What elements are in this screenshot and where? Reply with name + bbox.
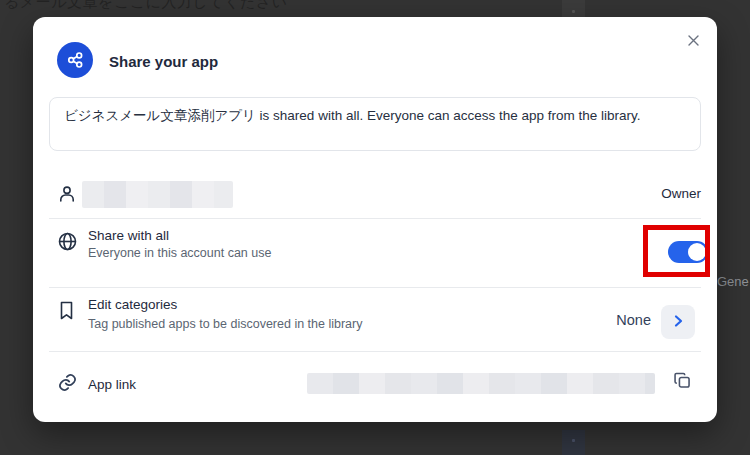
divider (49, 351, 701, 352)
copy-link-button[interactable] (669, 369, 695, 395)
link-icon (57, 372, 78, 397)
close-icon (686, 33, 701, 51)
close-button[interactable] (681, 30, 705, 54)
person-icon (57, 184, 77, 208)
share-app-icon (57, 42, 93, 78)
globe-icon (57, 231, 78, 256)
share-with-all-label: Share with all (88, 228, 169, 243)
share-app-dialog: Share your app ビジネスメール文章添削アプリ is shared … (33, 17, 717, 422)
share-nodes-icon (65, 50, 85, 70)
app-link-url-redacted (307, 373, 655, 394)
copy-icon (672, 370, 693, 394)
divider (49, 287, 701, 288)
background-page-text: るメール文章をここに入力してください (4, 0, 288, 12)
background-dimmed-button-bottom (562, 430, 585, 455)
divider (49, 218, 701, 219)
share-with-all-sublabel: Everyone in this account can use (88, 246, 271, 260)
owner-role-label: Owner (661, 186, 701, 201)
toggle-knob (688, 243, 706, 261)
edit-categories-sublabel: Tag published apps to be discovered in t… (88, 317, 362, 331)
dialog-title: Share your app (109, 53, 218, 70)
chevron-right-icon (671, 314, 685, 331)
background-generate-label: Gene (717, 274, 749, 289)
app-link-label: App link (88, 377, 136, 392)
edit-categories-button[interactable] (661, 305, 695, 339)
edit-categories-label: Edit categories (88, 297, 177, 312)
share-with-all-toggle[interactable] (668, 241, 708, 263)
categories-value: None (616, 312, 651, 328)
share-status-description: ビジネスメール文章添削アプリ is shared with all. Every… (49, 97, 701, 151)
bookmark-icon (57, 300, 76, 325)
owner-name-redacted (82, 181, 233, 208)
